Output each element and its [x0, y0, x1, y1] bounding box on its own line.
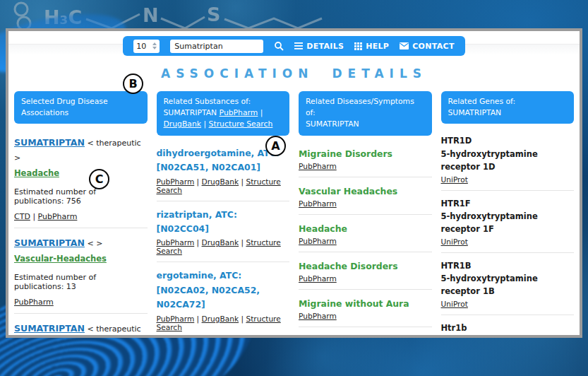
disease-link[interactable]: Headache	[14, 168, 59, 178]
disease-item: Vascular Headaches PubPharm	[299, 184, 432, 215]
link-separator: |	[241, 177, 244, 186]
relation-text: < >	[87, 239, 102, 248]
nav-details[interactable]: DETAILS	[294, 42, 344, 51]
drug-link[interactable]: SUMATRIPTAN	[14, 237, 85, 248]
pubpharm-link[interactable]: PubPharm	[14, 298, 54, 307]
drugbank-link[interactable]: DrugBank	[202, 238, 239, 247]
gene-item: HTR1D 5-hydroxytryptamine receptor 1D Un…	[441, 134, 575, 190]
link-separator: |	[197, 177, 200, 186]
page-size-value: 10	[136, 42, 146, 51]
uniprot-link[interactable]: UniProt	[441, 237, 468, 246]
genes-header-line1: Related Genes of:	[448, 97, 516, 106]
link-separator: |	[241, 238, 244, 247]
association-item: SUMATRIPTAN < therapeutic > Migraine-wit…	[14, 320, 148, 338]
pubpharm-link[interactable]: PubPharm	[157, 238, 195, 247]
column-diseases: Related Diseases/Symptoms of: SUMATRIPTA…	[299, 91, 432, 338]
publication-count: Estimated number of publications: 756	[14, 187, 148, 206]
substance-name-link[interactable]: rizatriptan, ATC: [N02CC04]	[157, 208, 290, 237]
page-title: ASSOCIATION DETAILS	[8, 66, 580, 81]
ctd-link[interactable]: CTD	[14, 212, 30, 221]
genes-header: Related Genes of: SUMATRIPTAN	[441, 91, 575, 124]
drug-link[interactable]: SUMATRIPTAN	[14, 137, 85, 148]
envelope-icon	[400, 42, 409, 49]
pubpharm-link[interactable]: PubPharm	[38, 212, 78, 221]
disease-name-link[interactable]: Migraine with Aura	[299, 336, 392, 338]
substances-header-line1: Related Substances of:	[164, 97, 251, 106]
search-toolbar: 10 DETAILS	[123, 36, 464, 56]
nav-details-label: DETAILS	[306, 42, 344, 51]
disease-item: Migraine without Aura PubPharm	[299, 296, 432, 327]
disease-name-link[interactable]: Migraine without Aura	[299, 298, 409, 309]
link-separator: |	[197, 238, 200, 247]
association-item: SUMATRIPTAN < > Vascular-Headaches Estim…	[14, 235, 148, 314]
disease-link[interactable]: Vascular-Headaches	[14, 254, 107, 264]
pubpharm-link[interactable]: PubPharm	[299, 162, 337, 170]
publication-count: Estimated number of publications: 13	[14, 273, 148, 291]
list-icon	[294, 42, 303, 49]
link-separator: |	[204, 119, 207, 129]
disease-name-link[interactable]: Migraine Disorders	[299, 148, 392, 159]
disease-name-link[interactable]: Headache	[299, 223, 347, 234]
annotation-circle-c: C	[89, 169, 109, 189]
column-substances: Related Substances of: SUMATRIPTAN PubPh…	[157, 91, 290, 338]
uniprot-link[interactable]: UniProt	[441, 300, 468, 308]
pubpharm-link[interactable]: PubPharm	[299, 274, 337, 283]
disease-item: Headache Disorders PubPharm	[299, 259, 432, 290]
nav-help-label: HELP	[366, 42, 389, 51]
substance-name-link[interactable]: ergotamine, ATC: [N02CA02, N02CA52, N02C…	[157, 269, 290, 312]
substance-item: ergotamine, ATC: [N02CA02, N02CA52, N02C…	[157, 269, 290, 338]
pubpharm-link[interactable]: PubPharm	[299, 199, 337, 208]
header-drugbank-link[interactable]: DrugBank	[164, 119, 202, 129]
chem-label: S	[207, 4, 220, 25]
link-separator: |	[32, 212, 35, 221]
page-size-input[interactable]: 10	[133, 40, 160, 53]
link-separator: |	[241, 315, 244, 323]
gene-symbol: HTR1D	[441, 134, 575, 148]
results-columns: Selected Drug Disease Associations SUMAT…	[8, 81, 580, 338]
gene-description: 5-hydroxytryptamine receptor 1D	[441, 148, 575, 174]
nav-help[interactable]: HELP	[354, 42, 389, 51]
annotation-circle-b: B	[123, 74, 143, 94]
annotation-circle-a: A	[265, 136, 286, 156]
grid-icon	[354, 42, 362, 50]
header-pubpharm-link[interactable]: PubPharm	[220, 108, 258, 117]
diseases-header-drug: SUMATRIPTAN	[306, 119, 359, 129]
diseases-header: Related Diseases/Symptoms of: SUMATRIPTA…	[299, 91, 432, 136]
gene-item: HTR1F 5-hydroxytryptamine receptor 1F Un…	[441, 197, 575, 253]
disease-item: Migraine with Aura PubPharm	[299, 334, 432, 338]
substances-header: Related Substances of: SUMATRIPTAN PubPh…	[157, 91, 290, 136]
pubpharm-link[interactable]: PubPharm	[299, 312, 337, 320]
nav-contact[interactable]: CONTACT	[400, 42, 454, 51]
pubpharm-link[interactable]: PubPharm	[157, 177, 195, 186]
drugbank-link[interactable]: DrugBank	[202, 315, 239, 323]
substance-item: rizatriptan, ATC: [N02CC04] PubPharm | D…	[157, 208, 290, 263]
gene-symbol: HTR1F	[441, 197, 575, 211]
genes-header-drug: SUMATRIPTAN	[448, 108, 502, 117]
pubpharm-link[interactable]: PubPharm	[299, 237, 337, 245]
search-input[interactable]	[170, 40, 263, 53]
chem-label: N	[143, 4, 159, 26]
drugbank-link[interactable]: DrugBank	[202, 177, 239, 186]
gene-item: HTR1B 5-hydroxytryptamine receptor 1B Un…	[441, 259, 575, 315]
header-structure-search-link[interactable]: Structure Search	[209, 119, 273, 129]
gene-description: 5-hydroxytryptamine receptor 1F	[441, 211, 575, 236]
link-separator: |	[260, 108, 263, 117]
gene-symbol: HTR1B	[441, 259, 575, 274]
drug-link[interactable]: SUMATRIPTAN	[14, 323, 85, 334]
substances-header-drug: SUMATRIPTAN	[164, 108, 217, 117]
gene-symbol: Htr1b	[441, 322, 575, 336]
column-genes: Related Genes of: SUMATRIPTAN HTR1D 5-hy…	[441, 91, 575, 338]
disease-name-link[interactable]: Headache Disorders	[299, 261, 398, 271]
search-button[interactable]	[274, 41, 284, 51]
association-item: SUMATRIPTAN < therapeutic > Headache Est…	[14, 134, 148, 228]
uniprot-link[interactable]: UniProt	[441, 175, 468, 184]
gene-item: Htr1b 5-hydroxytryptamine (serotonin) re…	[441, 322, 575, 338]
column-associations: Selected Drug Disease Associations SUMAT…	[14, 91, 148, 338]
link-separator: |	[197, 315, 200, 323]
diseases-header-line1: Related Diseases/Symptoms of:	[306, 97, 414, 117]
disease-name-link[interactable]: Vascular Headaches	[299, 186, 397, 196]
pubpharm-link[interactable]: PubPharm	[157, 315, 195, 323]
search-icon	[274, 41, 284, 51]
spinner-arrows[interactable]	[152, 42, 157, 49]
gene-description: 5-hydroxytryptamine (serotonin) receptor…	[441, 335, 575, 338]
